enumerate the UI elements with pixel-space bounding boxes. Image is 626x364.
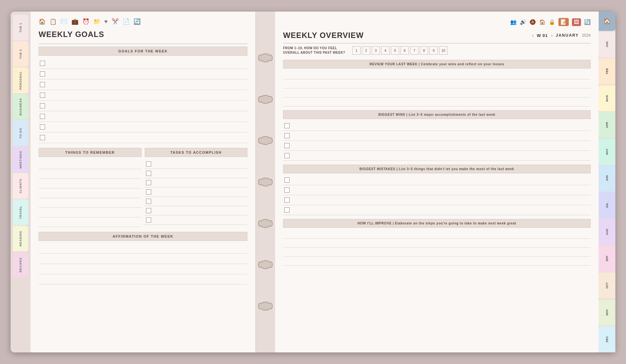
home-icon[interactable]: 🏠: [39, 18, 46, 25]
rating-8[interactable]: 8: [420, 46, 428, 55]
sidebar-item-business[interactable]: BUSINESS: [13, 94, 28, 120]
tab-month-apr[interactable]: APR: [599, 112, 615, 138]
goal-checkbox-1[interactable]: [40, 61, 45, 66]
mistakes-lines: [283, 175, 591, 215]
win-checkbox-1[interactable]: [284, 123, 290, 128]
heart-icon[interactable]: ♥: [104, 18, 108, 25]
rating-7[interactable]: 7: [410, 46, 419, 55]
task-checkbox-4[interactable]: [146, 189, 151, 195]
tab-month-feb[interactable]: FEB: [599, 58, 615, 84]
sync-icon[interactable]: 🔄: [584, 19, 591, 25]
rating-question: FROM 1–10, HOW DO YOU FEEL OVERALL ABOUT…: [283, 46, 347, 55]
sidebar-item-tab1[interactable]: TAB 1: [13, 15, 28, 41]
rating-6[interactable]: 6: [400, 46, 409, 55]
prev-week-button[interactable]: ‹: [532, 33, 534, 38]
tab-month-may[interactable]: MAY: [599, 139, 615, 165]
mail-icon[interactable]: ✉️: [60, 18, 68, 25]
tab-month-mar[interactable]: MAR: [599, 85, 615, 111]
goal-checkbox-5[interactable]: [40, 103, 45, 108]
ring-7: [260, 302, 271, 311]
mistake-checkbox-3[interactable]: [284, 197, 290, 203]
scissors-icon[interactable]: ✂️: [112, 18, 119, 25]
goal-checkbox-4[interactable]: [40, 93, 45, 98]
review-line-2: [283, 79, 591, 88]
mistake-line-1: [283, 175, 591, 185]
refresh-icon[interactable]: 🔄: [133, 18, 141, 25]
tab-month-aug[interactable]: AUG: [599, 219, 615, 245]
sidebar-item-recipes[interactable]: RECIPES: [13, 252, 28, 278]
improve-line-4: [283, 257, 591, 266]
next-week-button[interactable]: ›: [551, 33, 553, 38]
year-label: 2024: [582, 33, 591, 38]
folder-icon[interactable]: 📁: [93, 18, 100, 25]
task-checkbox-1[interactable]: [146, 161, 151, 167]
tab-month-dec[interactable]: DEC: [599, 326, 615, 352]
document-icon[interactable]: 📄: [123, 18, 130, 25]
goal-checkbox-6[interactable]: [40, 114, 45, 119]
sidebar-item-meetings[interactable]: MEETINGS: [13, 147, 28, 172]
remember-item-5: [39, 198, 142, 208]
win-checkbox-3[interactable]: [284, 143, 290, 148]
task-checkbox-5[interactable]: [146, 199, 151, 204]
rating-1[interactable]: 1: [352, 46, 361, 55]
goal-checkbox-3[interactable]: [40, 82, 45, 87]
lock-icon[interactable]: 🔒: [549, 19, 555, 25]
improve-line-2: [283, 239, 591, 248]
tab-month-oct[interactable]: OCT: [599, 272, 615, 298]
affirmation-line-3: [39, 264, 247, 274]
mute-icon[interactable]: 🔕: [529, 19, 536, 25]
task-checkbox-7[interactable]: [146, 217, 151, 223]
mistake-checkbox-4[interactable]: [284, 207, 290, 213]
tab-month-sep[interactable]: SEP: [599, 246, 615, 272]
image-icon[interactable]: 🖼: [572, 18, 581, 26]
right-home-icon[interactable]: 🏠: [539, 19, 546, 25]
sidebar-item-todo[interactable]: TO-DO: [13, 120, 28, 146]
sidebar-item-travel[interactable]: TRAVEL: [13, 199, 28, 225]
main-content: 🏠 📋 ✉️ 💼 ⏰ 📁 ♥ ✂️ 📄 🔄 WEEKLY GOALS GOALS…: [31, 12, 615, 352]
tab-month-jun[interactable]: JUN: [599, 165, 615, 191]
task-checkbox-6[interactable]: [146, 208, 151, 213]
tab-month-jan[interactable]: JAN: [599, 32, 615, 58]
volume-icon[interactable]: 🔊: [520, 19, 526, 25]
sidebar-item-clients[interactable]: CLIENTS: [13, 173, 28, 199]
things-to-remember-col: THINGS TO REMEMBER: [39, 148, 142, 227]
task-item-4: [145, 187, 248, 197]
goal-checkbox-7[interactable]: [40, 124, 45, 130]
tab-month-nov[interactable]: NOV: [599, 299, 615, 325]
win-checkbox-4[interactable]: [284, 153, 290, 158]
task-checkbox-3[interactable]: [146, 180, 151, 185]
task-item-6: [145, 206, 248, 215]
edit-icon[interactable]: 📝: [558, 18, 569, 26]
rating-row: FROM 1–10, HOW DO YOU FEEL OVERALL ABOUT…: [283, 46, 591, 55]
task-checkbox-2[interactable]: [146, 171, 151, 176]
mistake-checkbox-2[interactable]: [284, 187, 290, 193]
goal-item: [39, 101, 247, 111]
briefcase-icon[interactable]: 💼: [71, 18, 78, 25]
clock-icon[interactable]: ⏰: [82, 18, 89, 25]
improve-line-3: [283, 248, 591, 257]
rating-10[interactable]: 10: [439, 46, 447, 55]
rating-3[interactable]: 3: [372, 46, 380, 55]
rating-5[interactable]: 5: [391, 46, 399, 55]
tab-month-jul[interactable]: JUL: [599, 192, 615, 218]
people-icon[interactable]: 👥: [510, 19, 517, 25]
ring-3: [260, 136, 271, 145]
mistake-checkbox-1[interactable]: [284, 177, 290, 183]
win-checkbox-2[interactable]: [284, 133, 290, 138]
goal-item: [39, 58, 247, 69]
rating-9[interactable]: 9: [429, 46, 438, 55]
goal-checkbox-8[interactable]: [40, 135, 45, 140]
clipboard-icon[interactable]: 📋: [50, 18, 57, 25]
rating-2[interactable]: 2: [362, 46, 370, 55]
right-home-tab[interactable]: 🏠: [599, 12, 615, 31]
goal-item: [39, 69, 247, 79]
rating-4[interactable]: 4: [381, 46, 390, 55]
sidebar-item-reading[interactable]: READING: [13, 226, 28, 251]
goal-checkbox-2[interactable]: [40, 71, 45, 77]
two-col-section: THINGS TO REMEMBER TASKS TO ACCOMPLISH: [39, 148, 247, 227]
review-lines: [283, 70, 591, 106]
sidebar-item-tab2[interactable]: TAB 2: [13, 41, 28, 67]
sidebar-item-personal[interactable]: PERSONAL: [13, 68, 28, 93]
binding-rings: [256, 12, 275, 352]
review-line-3: [283, 88, 591, 97]
